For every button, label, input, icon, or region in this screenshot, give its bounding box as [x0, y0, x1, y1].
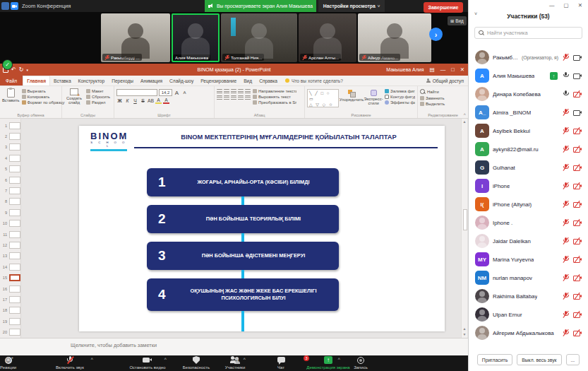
ppt-maximize-button[interactable]: □ — [451, 67, 455, 73]
slide-thumbnail[interactable]: 18 — [0, 305, 20, 316]
section-button[interactable]: Раздел — [86, 100, 110, 105]
align-center-icon[interactable] — [224, 95, 229, 100]
qat-more-icon[interactable]: ▾ — [26, 67, 28, 73]
more-options-button[interactable]: ... — [566, 354, 580, 365]
ppt-tab[interactable]: Справка — [256, 76, 281, 86]
chevron-up-icon[interactable]: ^ — [243, 357, 246, 361]
slide-scrollbar[interactable]: ▲ ▲ ▼ — [461, 119, 467, 338]
slide-thumbnail[interactable]: 3 — [0, 142, 20, 153]
next-participants-button[interactable]: › — [429, 28, 443, 41]
line-spacing-icon[interactable] — [245, 89, 251, 94]
participant-row[interactable]: Айгерим Абдыкалыкова — [469, 324, 588, 342]
text-direction-button[interactable]: Направление текста — [253, 89, 296, 93]
participant-row[interactable]: NM nurlan manapov — [469, 269, 588, 287]
slide-thumbnail[interactable]: 17 — [0, 294, 20, 305]
ppt-tab[interactable]: Переходы — [108, 76, 137, 86]
quick-styles-button[interactable]: Экспресс-стили — [364, 88, 383, 112]
ppt-tab[interactable]: Конструктор — [75, 76, 109, 86]
slide-thumbnail[interactable]: 4 — [0, 153, 20, 163]
toolbar-button[interactable]: Запись — [346, 356, 376, 370]
slide-thumbnail[interactable]: 1 — [0, 120, 20, 131]
participant-row[interactable]: MY Marina Yuryevna — [469, 250, 588, 269]
arrange-button[interactable]: Упорядочить — [341, 88, 362, 112]
slide-thumbnail[interactable]: 14 — [0, 261, 20, 272]
paste-button[interactable]: Вставить — [2, 88, 20, 112]
participant-row[interactable]: A aykyn822@mail.ru — [469, 140, 588, 158]
shape-fill-button[interactable]: Заливка фигуры — [385, 89, 415, 93]
justify-icon[interactable] — [238, 95, 244, 100]
collapse-ribbon-icon[interactable]: ˄ — [463, 112, 466, 117]
toolbar-button[interactable]: 53 ^ Участники — [223, 356, 247, 370]
shrink-font-button[interactable]: А — [181, 90, 188, 95]
participant-row[interactable]: I iPhone — [469, 177, 588, 195]
slide-thumbnail[interactable]: 20 — [0, 326, 20, 337]
participant-row[interactable]: Динара Копебаева — [469, 85, 588, 103]
notes-pane[interactable]: Щелкните, чтобы добавить заметки — [0, 338, 468, 355]
copy-button[interactable]: Копировать — [22, 95, 65, 99]
italic-button[interactable]: К — [124, 98, 131, 103]
mute-all-button[interactable]: Выкл. весь звук — [517, 354, 561, 365]
font-color-button[interactable]: А — [163, 98, 169, 104]
panel-minimize-button[interactable]: — — [549, 2, 555, 8]
participant-row[interactable]: I( iPhone (Altynai) — [469, 195, 588, 213]
slide-thumbnail[interactable]: 13 — [0, 251, 20, 261]
end-meeting-button[interactable]: Завершение — [424, 2, 463, 13]
participant-row[interactable]: A Алия Макышева — [469, 66, 588, 85]
slide-thumbnail[interactable]: 8 — [0, 196, 20, 207]
video-tile[interactable]: Арслан Алты... — [299, 13, 356, 62]
participant-row[interactable]: Rakhima Baltabay — [469, 287, 588, 305]
slide-thumbnail[interactable]: 5 — [0, 164, 20, 175]
shapes-gallery[interactable]: ╲ ╱ □ ○ ▭ △ ▽ ◇ ☆ } ↔ → { } ○ — [307, 89, 339, 107]
tell-me-box[interactable]: Что вы хотите сделать? — [285, 76, 343, 86]
bold-button[interactable]: Ж — [116, 98, 123, 103]
slide-thumbnail[interactable]: 12 — [0, 240, 20, 250]
ppt-tab[interactable]: Слайд-шоу — [166, 76, 197, 86]
ribbon-display-options-icon[interactable]: ▤ — [430, 67, 435, 73]
columns-icon[interactable] — [245, 95, 251, 100]
ppt-tab[interactable]: Главная — [23, 76, 50, 86]
slide-thumbnail[interactable]: 6 — [0, 175, 20, 185]
reset-button[interactable]: Сбросить — [86, 95, 110, 99]
indent-decrease-icon[interactable] — [231, 89, 236, 94]
slide-thumbnail[interactable]: 11 — [0, 229, 20, 240]
align-right-icon[interactable] — [231, 95, 236, 100]
smartart-button[interactable]: Преобразовать в SmartArt — [253, 100, 296, 105]
panel-maximize-button[interactable]: ▢ — [564, 2, 569, 8]
participant-row[interactable]: G Gulhanat — [469, 158, 588, 177]
slide-thumbnail[interactable]: 7 — [0, 185, 20, 196]
format-painter-button[interactable]: Формат по образцу — [22, 100, 65, 105]
participant-row[interactable]: Iphone . — [469, 213, 588, 232]
chevron-up-icon[interactable]: ^ — [90, 357, 93, 361]
video-tile[interactable]: Алия Макышева — [172, 13, 220, 62]
toolbar-button[interactable]: 3 Чат — [250, 356, 312, 370]
participant-row[interactable]: Ракымберді Ж... (Организатор, я) — [469, 48, 588, 66]
ppt-tab[interactable]: Вставка — [50, 76, 75, 86]
toolbar-button[interactable]: Реакции — [0, 356, 16, 370]
select-button[interactable]: Выделить — [420, 102, 445, 106]
slide[interactable]: BINOM S C H O O L BINOM МЕКТЕПТЕРІНІҢ МҰ… — [79, 126, 445, 331]
character-spacing-button[interactable]: АВ — [148, 98, 154, 103]
shape-outline-button[interactable]: Контур фигуры — [385, 95, 415, 99]
strikethrough-button[interactable]: S — [140, 98, 146, 103]
slide-thumbnail[interactable]: 2 — [0, 131, 20, 141]
chevron-up-icon[interactable]: ^ — [337, 357, 340, 361]
replace-button[interactable]: Заменить — [420, 96, 445, 100]
video-tile[interactable]: Толганай Ния... — [221, 13, 297, 62]
highlight-color-button[interactable]: А — [155, 98, 162, 104]
participant-row[interactable]: Jaidar Dalelkan — [469, 232, 588, 250]
ppt-minimize-button[interactable]: — — [440, 67, 446, 73]
slide-thumbnail[interactable]: 9 — [0, 207, 20, 218]
video-tile[interactable]: Ракымберді ... — [101, 13, 170, 62]
numbering-icon[interactable] — [224, 89, 229, 94]
chevron-down-icon[interactable]: ˅ — [474, 11, 477, 16]
view-layout-button[interactable]: ⊞Вид — [448, 16, 467, 25]
font-name-box[interactable] — [116, 89, 157, 96]
shape-effects-button[interactable]: Эффекты фигуры — [385, 100, 415, 105]
ppt-close-button[interactable]: ✕ — [460, 67, 464, 73]
slide-thumbnail[interactable]: 10 — [0, 218, 20, 229]
new-slide-button[interactable]: Создать слайд — [64, 88, 84, 112]
ppt-tab[interactable]: Рецензирование — [197, 76, 240, 86]
ppt-share-button[interactable]: Общий доступ — [426, 76, 464, 86]
participant-row[interactable]: A_ Almira _BINOM — [469, 103, 588, 122]
underline-button[interactable]: Ч — [132, 98, 138, 103]
